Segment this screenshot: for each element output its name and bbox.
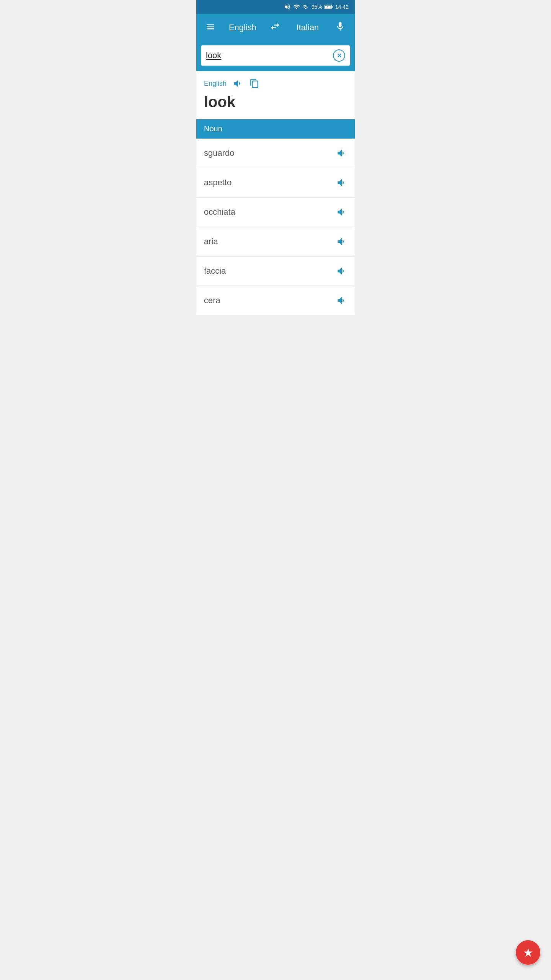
item-sound-button[interactable] xyxy=(336,148,347,158)
noun-section-header: Noun xyxy=(196,119,355,139)
translation-list: sguardo aspetto occhiata aria xyxy=(196,139,355,315)
search-container: ✕ xyxy=(196,41,355,71)
status-icons: 95% 14:42 xyxy=(284,3,349,10)
microphone-button[interactable] xyxy=(332,18,349,38)
translation-word: aria xyxy=(204,237,218,247)
battery-text: 95% xyxy=(311,4,322,10)
card-copy-button[interactable] xyxy=(249,78,259,88)
translation-word: faccia xyxy=(204,266,226,276)
item-sound-button[interactable] xyxy=(336,177,347,188)
translation-item[interactable]: occhiata xyxy=(196,198,355,227)
translation-word: aspetto xyxy=(204,178,231,188)
status-bar: 95% 14:42 xyxy=(196,0,355,14)
source-language-label[interactable]: English xyxy=(218,23,267,33)
noun-section-label: Noun xyxy=(204,124,222,133)
search-input-wrapper: ✕ xyxy=(201,45,350,66)
target-language-label[interactable]: Italian xyxy=(284,23,332,33)
translation-word: sguardo xyxy=(204,148,235,158)
translation-item[interactable]: sguardo xyxy=(196,139,355,168)
translation-item[interactable]: aria xyxy=(196,227,355,256)
time-text: 14:42 xyxy=(335,4,349,10)
card-word: look xyxy=(204,93,347,111)
menu-button[interactable] xyxy=(202,19,218,36)
translation-word: occhiata xyxy=(204,207,235,217)
item-sound-button[interactable] xyxy=(336,295,347,306)
translation-item[interactable]: faccia xyxy=(196,256,355,286)
card-language-label: English xyxy=(204,80,227,88)
mute-icon xyxy=(284,3,291,10)
svg-rect-2 xyxy=(332,6,333,8)
item-sound-button[interactable] xyxy=(336,266,347,276)
battery-icon xyxy=(324,4,333,10)
translation-word: cera xyxy=(204,296,220,305)
item-sound-button[interactable] xyxy=(336,236,347,247)
translation-card: English look xyxy=(196,71,355,119)
swap-languages-button[interactable] xyxy=(267,18,284,37)
signal-icon xyxy=(302,3,309,10)
wifi-icon xyxy=(293,3,300,10)
translation-item[interactable]: cera xyxy=(196,286,355,315)
clear-button[interactable]: ✕ xyxy=(333,49,345,62)
search-input[interactable] xyxy=(206,51,333,60)
card-sound-button[interactable] xyxy=(233,78,243,89)
translation-item[interactable]: aspetto xyxy=(196,168,355,198)
item-sound-button[interactable] xyxy=(336,207,347,217)
app-bar: English Italian xyxy=(196,14,355,41)
card-header: English xyxy=(204,78,347,89)
